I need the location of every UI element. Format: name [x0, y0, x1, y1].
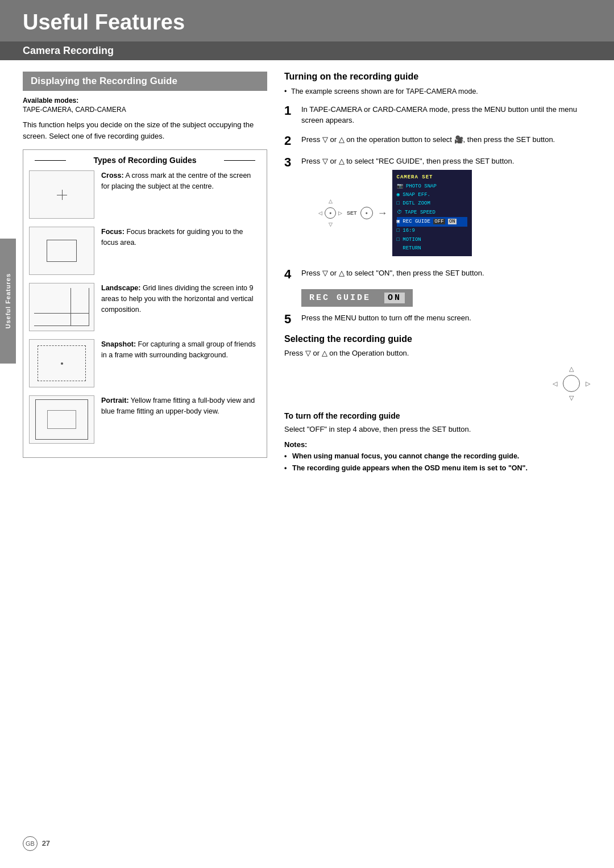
arrow-right-icon: → [377, 206, 388, 221]
rec-guide-bar: REC GUIDE ON [301, 289, 413, 307]
guide-label-focus: Focus: [101, 228, 125, 236]
page-title: Useful Features [23, 10, 591, 35]
step-text-2: Press ▽ or △ on the operation button to … [301, 134, 591, 145]
selecting-text: Press ▽ or △ on the Operation button. [284, 348, 591, 359]
page-footer: GB 27 [23, 836, 50, 851]
step-5: 5 Press the MENU button to turn off the … [284, 312, 591, 326]
selecting-title: Selecting the recording guide [284, 334, 591, 344]
cross-v [62, 190, 63, 200]
op-btn-center [563, 375, 580, 392]
right-column: Turning on the recording guide The examp… [284, 72, 591, 475]
notes-label: Notes: [284, 440, 591, 449]
available-modes-label: Available modes: [23, 97, 267, 105]
guide-preview-portrait [29, 395, 94, 444]
step-number-5: 5 [284, 312, 296, 326]
main-content: Displaying the Recording Guide Available… [0, 72, 614, 498]
op-btn-up-arrow: △ [569, 365, 574, 373]
guide-label-snapshot: Snapshot: [101, 340, 136, 348]
step-text-5: Press the MENU button to turn off the me… [301, 312, 591, 324]
guide-desc-focus: Focus: Focus brackets for guiding you to… [101, 227, 261, 248]
header-section: Useful Features [0, 0, 614, 41]
guide-row-portrait: Portrait: Yellow frame fitting a full-bo… [29, 395, 261, 444]
left-column: Displaying the Recording Guide Available… [23, 72, 267, 475]
guide-label-cross: Cross: [101, 172, 124, 180]
step-3: 3 Press ▽ or △ to select "REC GUIDE", th… [284, 156, 591, 260]
available-modes-text: TAPE-CAMERA, CARD-CAMERA [23, 106, 267, 114]
step-text-1: In TAPE-CAMERA or CARD-CAMERA mode, pres… [301, 104, 591, 126]
guide-row-snapshot: Snapshot: For capturing a small group of… [29, 339, 261, 387]
snapshot-dot [61, 362, 63, 365]
section-heading: Displaying the Recording Guide [23, 72, 267, 91]
guide-label-portrait: Portrait: [101, 397, 129, 404]
guide-row-focus: Focus: Focus brackets for guiding you to… [29, 227, 261, 275]
step-2: 2 Press ▽ or △ on the operation button t… [284, 134, 591, 148]
guide-desc-landscape: Landscape: Grid lines dividing the scree… [101, 283, 261, 315]
turning-on-title: Turning on the recording guide [284, 72, 591, 82]
step-4: 4 Press ▽ or △ to select "ON", then pres… [284, 268, 591, 281]
note-item-1: When using manual focus, you cannot chan… [284, 451, 591, 462]
step-number-1: 1 [284, 104, 296, 118]
page-number: 27 [42, 839, 50, 848]
turning-on-note: The example screens shown are for TAPE-C… [284, 86, 591, 97]
guide-desc-snapshot: Snapshot: For capturing a small group of… [101, 339, 261, 361]
step-number-4: 4 [284, 268, 296, 281]
step-number-2: 2 [284, 134, 296, 148]
step-text-4: Press ▽ or △ to select "ON", then press … [301, 268, 591, 279]
side-tab-label: Useful Features [5, 273, 11, 329]
camera-menu-container: △ ◁ ● ▷ ▽ SET ● [318, 170, 591, 256]
op-btn-left-arrow: ◁ [553, 379, 557, 387]
rec-guide-bar-container: REC GUIDE ON [301, 289, 591, 307]
guide-label-landscape: Landscape: [101, 284, 140, 292]
notes-section: Notes: When using manual focus, you cann… [284, 440, 591, 474]
chapter-subtitle: Camera Recording [0, 41, 614, 60]
camera-buttons: △ ◁ ● ▷ ▽ SET ● [318, 198, 373, 229]
focus-bracket-br [56, 246, 77, 262]
intro-text: This function helps you decide on the si… [23, 119, 267, 141]
op-buttons-group: △ ▽ ◁ ▷ [551, 364, 591, 403]
rec-guide-on: ON [384, 293, 405, 303]
page-wrapper: Useful Features Useful Features Camera R… [0, 0, 614, 868]
step-1: 1 In TAPE-CAMERA or CARD-CAMERA mode, pr… [284, 104, 591, 126]
guide-row-landscape: Landscape: Grid lines dividing the scree… [29, 283, 261, 331]
op-btn-right-arrow: ▷ [586, 379, 590, 387]
guide-preview-cross [29, 170, 94, 219]
op-btn-down-arrow: ▽ [569, 394, 574, 402]
snapshot-guide [38, 345, 86, 381]
portrait-outer [35, 399, 88, 440]
notes-list: When using manual focus, you cannot chan… [284, 451, 591, 474]
operation-buttons-diagram: △ ▽ ◁ ▷ [284, 364, 591, 403]
guide-row-cross: Cross: A cross mark at the centre of the… [29, 170, 261, 219]
guide-desc-cross: Cross: A cross mark at the centre of the… [101, 170, 261, 192]
page-label-circle: GB [23, 836, 38, 851]
guide-preview-focus [29, 227, 94, 275]
landscape-grid [34, 288, 89, 326]
camera-menu-screen: CAMERA SET 📷 PHOTO SNAP ◉ SNAP EFF. □ DG… [392, 170, 472, 256]
step-text-3: Press ▽ or △ to select "REC GUIDE", then… [301, 156, 591, 260]
step-number-3: 3 [284, 156, 296, 169]
recording-guides-box: Types of Recording Guides Cross: A cross… [23, 149, 267, 458]
side-tab: Useful Features [0, 239, 16, 364]
note-item-2: The recording guide appears when the OSD… [284, 463, 591, 474]
turn-off-text: Select "OFF" in step 4 above, then press… [284, 424, 591, 435]
steps-list: 1 In TAPE-CAMERA or CARD-CAMERA mode, pr… [284, 104, 591, 282]
guide-desc-portrait: Portrait: Yellow frame fitting a full-bo… [101, 395, 261, 417]
guide-preview-snapshot [29, 339, 94, 387]
portrait-inner [47, 410, 76, 429]
turn-off-title: To turn off the recording guide [284, 411, 591, 420]
guide-preview-landscape [29, 283, 94, 331]
recording-guides-title: Types of Recording Guides [29, 156, 261, 165]
